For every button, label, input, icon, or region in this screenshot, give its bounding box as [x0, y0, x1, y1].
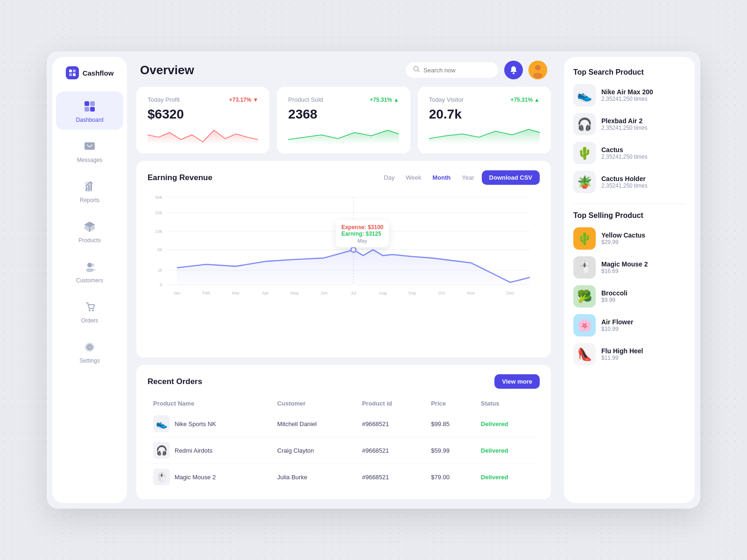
table-row: 🖱️ Magic Mouse 2 Julia Burke #9668521 $7…	[148, 464, 540, 490]
search-input[interactable]	[423, 67, 491, 74]
customer-name: Craig Clayton	[272, 437, 357, 464]
download-csv-button[interactable]: Download CSV	[482, 170, 540, 185]
sidebar-item-orders-label: Orders	[81, 317, 99, 324]
customers-icon	[81, 259, 98, 275]
stat-sold-label: Product Sold	[288, 96, 323, 103]
top-search-list: 👟 Nike Air Max 200 2,35241,250 times 🎧 P…	[573, 84, 685, 200]
product-name: Nike Sports NK	[175, 420, 216, 427]
selling-product-name: Broccoli	[601, 289, 685, 297]
svg-rect-10	[86, 187, 87, 191]
svg-text:Jul: Jul	[351, 290, 356, 295]
stats-row: Today Profit +73.17% ▼ $6320	[136, 87, 551, 154]
user-avatar[interactable]	[529, 61, 547, 79]
stat-visitor-label: Today Visitor	[429, 96, 464, 103]
sidebar-item-customers[interactable]: Customers	[56, 252, 123, 290]
svg-text:Jun: Jun	[320, 290, 327, 295]
selling-product-info: Flu High Heel $11.99	[601, 347, 685, 361]
orders-table: Product Name Customer Product id Price S…	[148, 396, 540, 490]
product-cell: 🎧 Redmi Airdots	[153, 442, 266, 459]
header-right	[405, 61, 547, 79]
search-product-times: 2,35241,250 times	[601, 154, 685, 160]
top-selling-item: 🌸 Air Flower $10.99	[573, 314, 685, 336]
stat-sold-change: +75.31% ▲	[370, 97, 399, 103]
orders-card: Recent Orders View more Product Name Cus…	[136, 365, 551, 499]
period-day[interactable]: Day	[380, 172, 398, 183]
product-name: Redmi Airdots	[175, 447, 212, 454]
stat-card-visitor: Today Visitor +75.31% ▲ 20.7k	[418, 87, 551, 154]
col-status: Status	[475, 396, 540, 411]
main-content: Overview	[133, 51, 558, 509]
view-more-button[interactable]: View more	[494, 374, 540, 389]
search-bar[interactable]	[405, 62, 499, 78]
svg-rect-2	[69, 73, 72, 76]
svg-point-21	[92, 309, 94, 311]
product-id: #9668521	[356, 437, 425, 464]
sidebar-item-orders[interactable]: Orders	[56, 292, 123, 330]
orders-icon	[81, 299, 98, 315]
period-month[interactable]: Month	[429, 172, 454, 183]
search-product-times: 2,35241,250 times	[601, 96, 685, 102]
product-name: Magic Mouse 2	[175, 474, 216, 481]
svg-rect-11	[88, 185, 90, 191]
svg-line-24	[418, 70, 419, 72]
sidebar-item-settings[interactable]: Settings	[56, 332, 123, 371]
arrow-up-icon: ▲	[394, 97, 399, 103]
search-product-name: Cactus	[601, 146, 685, 154]
product-price: $79.00	[425, 464, 475, 490]
col-customer: Customer	[272, 396, 357, 411]
svg-point-25	[513, 72, 514, 74]
selling-product-name: Magic Mouse 2	[601, 260, 685, 268]
sidebar-item-messages[interactable]: Messages	[56, 132, 123, 170]
svg-text:Feb: Feb	[203, 290, 210, 295]
product-price: $59.99	[425, 437, 475, 464]
selling-product-img: 👠	[573, 343, 596, 365]
profit-sparkline	[148, 126, 258, 144]
svg-text:Mar: Mar	[232, 290, 240, 295]
top-selling-item: 👠 Flu High Heel $11.99	[573, 343, 685, 365]
col-price: Price	[425, 396, 475, 411]
product-id: #9668521	[356, 411, 425, 437]
search-product-name: Cactus Holder	[601, 175, 685, 182]
top-search-item: 🎧 Plexbad Air 2 2,35241,250 times	[573, 113, 685, 135]
svg-text:Nov: Nov	[467, 290, 475, 295]
dashboard-icon	[81, 98, 98, 115]
sold-sparkline	[288, 126, 399, 144]
col-product-name: Product Name	[148, 396, 272, 411]
sidebar: Cashflow Dashboard Messages	[52, 57, 127, 503]
product-price: $99.85	[425, 411, 475, 437]
selling-product-price: $9.99	[601, 297, 685, 303]
sidebar-logo: Cashflow	[58, 66, 121, 79]
stat-profit-change: +73.17% ▼	[229, 97, 259, 103]
sidebar-item-settings-label: Settings	[79, 357, 99, 364]
svg-point-20	[89, 309, 91, 311]
svg-text:10k: 10k	[155, 229, 162, 234]
settings-icon	[81, 339, 98, 356]
svg-text:Sep: Sep	[409, 290, 416, 295]
revenue-chart-svg: 50k 20k 10k 5k 1k 0 Jan Fe	[148, 192, 540, 304]
period-year[interactable]: Year	[458, 172, 478, 183]
sidebar-item-products-label: Products	[78, 237, 100, 244]
selling-product-img: 🌸	[573, 314, 596, 336]
sidebar-item-products[interactable]: Products	[56, 212, 123, 250]
stat-profit-label: Today Profit	[148, 96, 180, 103]
search-product-img: 🪴	[573, 171, 596, 193]
svg-rect-0	[69, 70, 72, 72]
svg-text:1k: 1k	[158, 267, 162, 273]
selling-product-img: 🥦	[573, 285, 596, 308]
svg-text:Oct: Oct	[438, 290, 445, 295]
top-search-item: 👟 Nike Air Max 200 2,35241,250 times	[573, 84, 685, 106]
product-thumb: 👟	[153, 415, 170, 432]
sidebar-item-dashboard[interactable]: Dashboard	[56, 91, 123, 130]
top-selling-item: 🌵 Yellow Cactus $29.99	[573, 227, 685, 250]
svg-rect-12	[91, 183, 92, 191]
period-week[interactable]: Week	[402, 172, 425, 183]
notification-button[interactable]	[504, 61, 523, 79]
svg-rect-5	[90, 101, 95, 106]
sidebar-item-dashboard-label: Dashboard	[76, 117, 104, 123]
svg-text:20k: 20k	[155, 210, 162, 215]
svg-point-18	[92, 264, 95, 267]
search-product-times: 2,35241,250 times	[601, 125, 685, 131]
product-id: #9668521	[356, 464, 425, 490]
sidebar-item-reports[interactable]: Reports	[56, 172, 123, 210]
search-product-name: Plexbad Air 2	[601, 117, 685, 125]
